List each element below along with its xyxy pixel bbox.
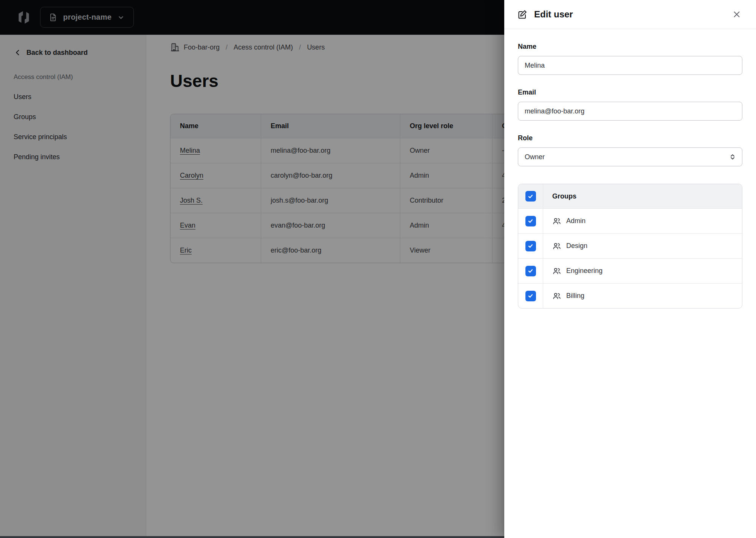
group-row: Design bbox=[518, 233, 742, 258]
edit-user-drawer: Edit user Name Email Role Owner bbox=[504, 0, 756, 538]
groups-table: Groups bbox=[518, 184, 742, 309]
select-all-groups-checkbox[interactable] bbox=[525, 191, 536, 202]
role-field-group: Role Owner bbox=[518, 134, 742, 166]
group-label-billing: Billing bbox=[566, 292, 584, 300]
email-field-label: Email bbox=[518, 88, 742, 96]
group-label-engineering: Engineering bbox=[566, 267, 603, 275]
checkmark-icon bbox=[527, 193, 534, 200]
screen: project-name Back to dashboard Access co… bbox=[0, 0, 756, 538]
email-input[interactable] bbox=[518, 102, 742, 121]
checkmark-icon bbox=[527, 218, 534, 224]
groups-table-header: Groups bbox=[518, 184, 742, 208]
drawer-header: Edit user bbox=[504, 0, 756, 29]
drawer-body: Name Email Role Owner bbox=[504, 29, 756, 309]
close-button[interactable] bbox=[730, 8, 743, 21]
groups-header-label: Groups bbox=[543, 184, 742, 208]
checkmark-icon bbox=[527, 293, 534, 299]
users-icon bbox=[552, 217, 561, 226]
checkmark-icon bbox=[527, 268, 534, 274]
edit-icon bbox=[517, 9, 527, 20]
close-icon bbox=[732, 9, 742, 19]
name-field-group: Name bbox=[518, 43, 742, 75]
checkmark-icon bbox=[527, 243, 534, 249]
name-input[interactable] bbox=[518, 56, 742, 75]
users-icon bbox=[552, 291, 561, 301]
group-checkbox-design[interactable] bbox=[525, 241, 536, 251]
role-select[interactable]: Owner bbox=[518, 147, 742, 166]
drawer-title: Edit user bbox=[534, 9, 723, 20]
group-row: Billing bbox=[518, 283, 742, 308]
group-row: Admin bbox=[518, 208, 742, 233]
users-icon bbox=[552, 267, 561, 276]
group-row: Engineering bbox=[518, 258, 742, 283]
users-icon bbox=[552, 242, 561, 251]
email-field-group: Email bbox=[518, 88, 742, 121]
name-field-label: Name bbox=[518, 43, 742, 51]
role-field-label: Role bbox=[518, 134, 742, 142]
group-checkbox-admin[interactable] bbox=[525, 216, 536, 226]
role-select-value: Owner bbox=[525, 153, 728, 161]
group-checkbox-engineering[interactable] bbox=[525, 266, 536, 276]
group-checkbox-billing[interactable] bbox=[525, 291, 536, 301]
select-chevrons-icon bbox=[728, 153, 737, 161]
group-label-admin: Admin bbox=[566, 217, 586, 225]
group-label-design: Design bbox=[566, 242, 587, 250]
